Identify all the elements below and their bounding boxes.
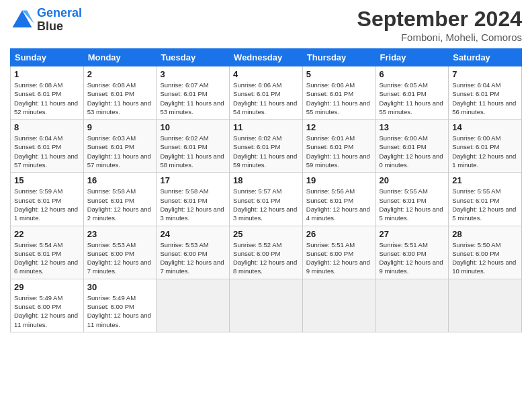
- svg-marker-0: [13, 10, 32, 27]
- day-number: 10: [160, 122, 226, 132]
- month-title: September 2024: [357, 7, 522, 32]
- day-detail: Sunrise: 5:52 AMSunset: 6:00 PMDaylight:…: [233, 241, 297, 275]
- table-row: 15 Sunrise: 5:59 AMSunset: 6:01 PMDaylig…: [11, 173, 84, 226]
- table-row: 17 Sunrise: 5:58 AMSunset: 6:01 PMDaylig…: [157, 173, 230, 226]
- day-number: 22: [14, 229, 80, 239]
- day-number: 12: [306, 122, 372, 132]
- calendar-body: 1 Sunrise: 6:08 AMSunset: 6:01 PMDayligh…: [11, 66, 522, 332]
- day-number: 16: [87, 175, 153, 185]
- table-row: 16 Sunrise: 5:58 AMSunset: 6:01 PMDaylig…: [83, 173, 157, 226]
- table-row: 28 Sunrise: 5:50 AMSunset: 6:00 PMDaylig…: [449, 226, 522, 279]
- table-row: 8 Sunrise: 6:04 AMSunset: 6:01 PMDayligh…: [11, 120, 84, 173]
- day-number: 24: [160, 229, 226, 239]
- day-number: 25: [233, 229, 299, 239]
- day-number: 2: [87, 69, 153, 79]
- table-row: 11 Sunrise: 6:02 AMSunset: 6:01 PMDaylig…: [230, 120, 303, 173]
- table-row: 7 Sunrise: 6:04 AMSunset: 6:01 PMDayligh…: [449, 66, 522, 120]
- header: General Blue September 2024 Fomboni, Moh…: [10, 7, 522, 43]
- day-number: 11: [233, 122, 299, 132]
- logo-text: General Blue: [37, 7, 82, 34]
- table-row: 13 Sunrise: 6:00 AMSunset: 6:01 PMDaylig…: [375, 120, 449, 173]
- day-detail: Sunrise: 6:04 AMSunset: 6:01 PMDaylight:…: [452, 81, 516, 116]
- header-friday: Friday: [375, 49, 449, 66]
- day-detail: Sunrise: 6:00 AMSunset: 6:01 PMDaylight:…: [452, 134, 516, 169]
- day-detail: Sunrise: 5:49 AMSunset: 6:00 PMDaylight:…: [87, 294, 151, 328]
- day-number: 28: [452, 229, 518, 239]
- day-detail: Sunrise: 6:08 AMSunset: 6:01 PMDaylight:…: [87, 81, 151, 116]
- day-detail: Sunrise: 6:07 AMSunset: 6:01 PMDaylight:…: [160, 81, 224, 116]
- day-number: 14: [452, 122, 518, 132]
- header-sunday: Sunday: [11, 49, 84, 66]
- table-row: 14 Sunrise: 6:00 AMSunset: 6:01 PMDaylig…: [449, 120, 522, 173]
- day-detail: Sunrise: 5:55 AMSunset: 6:01 PMDaylight:…: [380, 187, 443, 222]
- title-block: September 2024 Fomboni, Moheli, Comoros: [357, 7, 522, 43]
- day-detail: Sunrise: 5:53 AMSunset: 6:00 PMDaylight:…: [160, 241, 224, 275]
- table-row: [302, 279, 375, 332]
- table-row: [449, 279, 522, 332]
- day-detail: Sunrise: 6:04 AMSunset: 6:01 PMDaylight:…: [14, 134, 78, 169]
- table-row: 6 Sunrise: 6:05 AMSunset: 6:01 PMDayligh…: [375, 66, 449, 120]
- day-detail: Sunrise: 6:06 AMSunset: 6:01 PMDaylight:…: [306, 81, 370, 116]
- logo-blue-word: Blue: [37, 19, 63, 33]
- day-detail: Sunrise: 5:51 AMSunset: 6:00 PMDaylight:…: [380, 241, 443, 275]
- table-row: 3 Sunrise: 6:07 AMSunset: 6:01 PMDayligh…: [157, 66, 230, 120]
- day-number: 6: [380, 69, 445, 79]
- day-number: 19: [306, 175, 372, 185]
- day-detail: Sunrise: 6:05 AMSunset: 6:01 PMDaylight:…: [380, 81, 443, 116]
- day-detail: Sunrise: 6:02 AMSunset: 6:01 PMDaylight:…: [233, 134, 297, 169]
- day-detail: Sunrise: 5:49 AMSunset: 6:00 PMDaylight:…: [14, 294, 78, 328]
- day-number: 21: [452, 175, 518, 185]
- table-row: 9 Sunrise: 6:03 AMSunset: 6:01 PMDayligh…: [83, 120, 157, 173]
- table-row: [230, 279, 303, 332]
- weekday-header-row: Sunday Monday Tuesday Wednesday Thursday…: [11, 49, 522, 66]
- table-row: 21 Sunrise: 5:55 AMSunset: 6:01 PMDaylig…: [449, 173, 522, 226]
- day-detail: Sunrise: 5:53 AMSunset: 6:00 PMDaylight:…: [87, 241, 151, 275]
- day-number: 30: [87, 282, 153, 292]
- day-detail: Sunrise: 6:03 AMSunset: 6:01 PMDaylight:…: [87, 134, 151, 169]
- header-thursday: Thursday: [302, 49, 375, 66]
- day-number: 20: [380, 175, 445, 185]
- day-detail: Sunrise: 5:57 AMSunset: 6:01 PMDaylight:…: [233, 187, 297, 222]
- day-number: 27: [380, 229, 445, 239]
- day-number: 3: [160, 69, 226, 79]
- day-number: 29: [14, 282, 80, 292]
- table-row: 5 Sunrise: 6:06 AMSunset: 6:01 PMDayligh…: [302, 66, 375, 120]
- logo-general: General: [37, 6, 82, 19]
- table-row: 23 Sunrise: 5:53 AMSunset: 6:00 PMDaylig…: [83, 226, 157, 279]
- day-detail: Sunrise: 5:58 AMSunset: 6:01 PMDaylight:…: [160, 187, 224, 222]
- day-detail: Sunrise: 6:02 AMSunset: 6:01 PMDaylight:…: [160, 134, 224, 169]
- table-row: 1 Sunrise: 6:08 AMSunset: 6:01 PMDayligh…: [11, 66, 84, 120]
- header-tuesday: Tuesday: [157, 49, 230, 66]
- day-detail: Sunrise: 5:55 AMSunset: 6:01 PMDaylight:…: [452, 187, 516, 222]
- day-number: 1: [14, 69, 80, 79]
- table-row: [375, 279, 449, 332]
- header-wednesday: Wednesday: [230, 49, 303, 66]
- table-row: 18 Sunrise: 5:57 AMSunset: 6:01 PMDaylig…: [230, 173, 303, 226]
- calendar-header: Sunday Monday Tuesday Wednesday Thursday…: [11, 49, 522, 66]
- day-detail: Sunrise: 6:00 AMSunset: 6:01 PMDaylight:…: [380, 134, 443, 169]
- day-number: 9: [87, 122, 153, 132]
- page-container: General Blue September 2024 Fomboni, Moh…: [0, 0, 532, 339]
- table-row: 22 Sunrise: 5:54 AMSunset: 6:01 PMDaylig…: [11, 226, 84, 279]
- day-number: 8: [14, 122, 80, 132]
- logo-icon: [10, 8, 34, 32]
- table-row: 20 Sunrise: 5:55 AMSunset: 6:01 PMDaylig…: [375, 173, 449, 226]
- day-number: 5: [306, 69, 372, 79]
- table-row: 25 Sunrise: 5:52 AMSunset: 6:00 PMDaylig…: [230, 226, 303, 279]
- table-row: 24 Sunrise: 5:53 AMSunset: 6:00 PMDaylig…: [157, 226, 230, 279]
- day-number: 15: [14, 175, 80, 185]
- table-row: 12 Sunrise: 6:01 AMSunset: 6:01 PMDaylig…: [302, 120, 375, 173]
- day-number: 7: [452, 69, 518, 79]
- header-saturday: Saturday: [449, 49, 522, 66]
- table-row: 26 Sunrise: 5:51 AMSunset: 6:00 PMDaylig…: [302, 226, 375, 279]
- day-detail: Sunrise: 6:06 AMSunset: 6:01 PMDaylight:…: [233, 81, 297, 116]
- table-row: 4 Sunrise: 6:06 AMSunset: 6:01 PMDayligh…: [230, 66, 303, 120]
- table-row: 30 Sunrise: 5:49 AMSunset: 6:00 PMDaylig…: [83, 279, 157, 332]
- day-detail: Sunrise: 5:51 AMSunset: 6:00 PMDaylight:…: [306, 241, 370, 275]
- logo: General Blue: [10, 7, 82, 34]
- table-row: 27 Sunrise: 5:51 AMSunset: 6:00 PMDaylig…: [375, 226, 449, 279]
- calendar-table: Sunday Monday Tuesday Wednesday Thursday…: [10, 48, 522, 332]
- day-number: 23: [87, 229, 153, 239]
- table-row: 10 Sunrise: 6:02 AMSunset: 6:01 PMDaylig…: [157, 120, 230, 173]
- day-number: 13: [380, 122, 445, 132]
